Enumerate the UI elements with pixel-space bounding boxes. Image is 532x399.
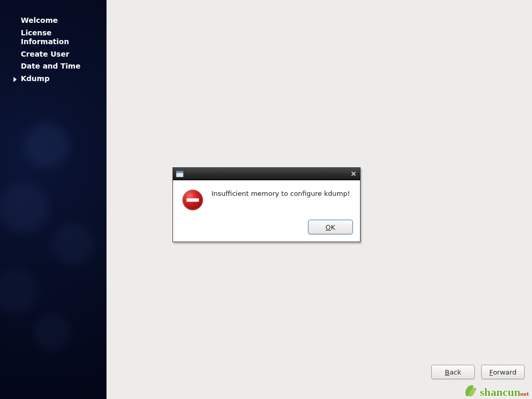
forward-button-label: Forward [489,368,516,376]
svg-rect-4 [187,198,199,202]
sidebar-item-date-time[interactable]: Date and Time [0,60,107,73]
sidebar-item-label: Create User [21,50,69,58]
sidebar: Welcome License Information Create User … [0,0,107,399]
close-icon[interactable] [350,170,357,178]
sidebar-item-welcome[interactable]: Welcome [0,15,107,27]
forward-button[interactable]: Forward [481,365,525,379]
dialog-message: Insufficient memory to configure kdump! [211,189,350,197]
error-dialog: Insufficient memory to configure kdump! … [172,167,361,242]
dialog-actions: OK [173,216,360,242]
sidebar-item-label: Kdump [21,74,49,83]
ok-button[interactable]: OK [308,220,353,234]
sidebar-item-label: License Information [21,29,69,46]
back-button-label: Back [445,368,461,376]
sidebar-item-license[interactable]: License Information [0,27,107,48]
sidebar-item-label: Date and Time [21,62,81,70]
ok-button-label: OK [326,223,336,231]
error-icon [181,189,204,211]
window-icon [176,171,183,177]
back-button[interactable]: Back [431,365,475,379]
sidebar-item-label: Welcome [21,16,58,24]
dialog-body: Insufficient memory to configure kdump! [173,180,360,216]
sidebar-item-kdump[interactable]: Kdump [0,73,107,85]
footer-buttons: Back Forward [431,365,525,379]
dialog-titlebar[interactable] [173,168,360,180]
sidebar-item-create-user[interactable]: Create User [0,48,107,61]
